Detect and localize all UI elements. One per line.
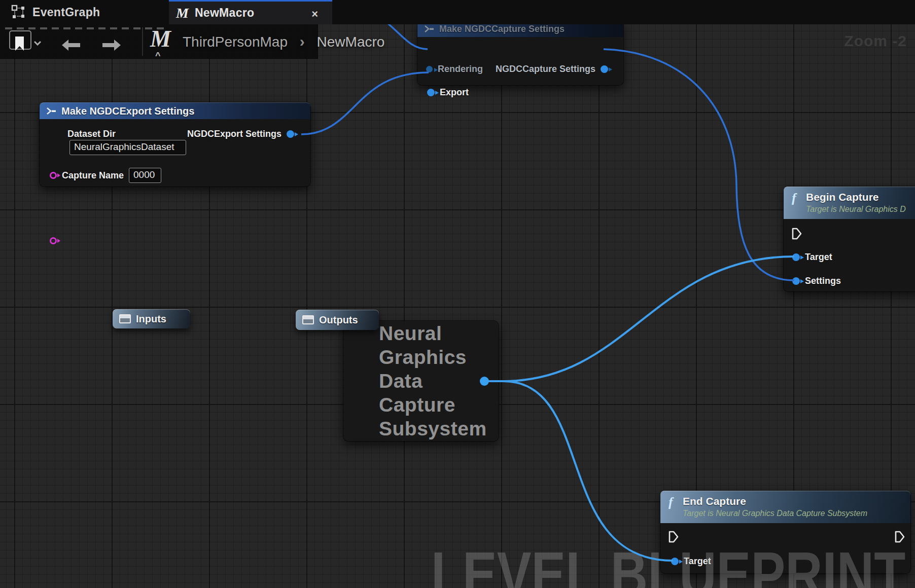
graph-toolbar: M ^ ThirdPersonMap › NewMacro: [0, 24, 318, 59]
make-struct-icon: [424, 25, 435, 33]
pin-dataset-dir[interactable]: [50, 237, 57, 244]
node-title: Make NGDCCapture Settings: [439, 24, 565, 34]
node-make-ngdcexport-settings[interactable]: Make NGDCExport Settings Dataset Dir NGD…: [40, 102, 310, 187]
dataset-dir-input[interactable]: [69, 140, 186, 155]
breadcrumb-chevron-icon: ›: [300, 33, 305, 50]
capture-name-input[interactable]: [129, 168, 161, 183]
node-title: End Capture: [683, 495, 910, 507]
node-inputs-tunnel[interactable]: Inputs: [113, 309, 190, 328]
toolbar-divider: [142, 27, 143, 56]
pin-capture-name[interactable]: Capture Name: [50, 168, 161, 183]
macro-graph-icon: M: [150, 27, 171, 51]
breadcrumb-current[interactable]: NewMacro: [317, 34, 385, 50]
node-title-bar[interactable]: f Begin Capture Target is Neural Graphic…: [784, 187, 915, 219]
document-tab-bar: EventGraph M NewMacro ×: [0, 0, 915, 24]
wire-subsystem-end-target[interactable]: [484, 381, 673, 561]
pin-subsystem-return[interactable]: [480, 377, 489, 386]
function-icon: f: [792, 191, 796, 206]
macro-caret: ^: [155, 51, 161, 61]
pin-exec-in[interactable]: [791, 227, 802, 240]
pin-icon-export[interactable]: [427, 89, 435, 96]
pin-icon-capture-name[interactable]: [50, 172, 57, 179]
node-title-bar[interactable]: f End Capture Target is Neural Graphics …: [660, 491, 910, 523]
tab-close-icon[interactable]: ×: [311, 8, 318, 21]
tunnel-icon: [119, 314, 131, 323]
node-begin-capture[interactable]: f Begin Capture Target is Neural Graphic…: [784, 187, 915, 291]
tab-label: EventGraph: [32, 6, 100, 19]
pin-rendering[interactable]: Rendering: [426, 64, 483, 75]
back-button[interactable]: [62, 40, 80, 51]
forward-button[interactable]: [102, 40, 121, 51]
pin-icon-rendering[interactable]: [426, 66, 433, 72]
wire-export-settings[interactable]: [301, 72, 429, 134]
pin-icon-ngdccapture-settings[interactable]: [601, 65, 608, 73]
node-title-bar[interactable]: Make NGDCExport Settings: [40, 102, 310, 119]
tab-label: NewMacro: [195, 6, 254, 20]
pin-ngdccapture-settings-out[interactable]: NGDCCapture Settings: [496, 64, 608, 75]
wire-subsystem-begin-target[interactable]: [484, 256, 794, 381]
chevron-down-icon[interactable]: [33, 41, 42, 46]
pin-icon-ngdcexport-settings[interactable]: [287, 130, 294, 138]
node-subtitle: Target is Neural Graphics D: [806, 205, 915, 214]
pin-ngdcexport-settings-out[interactable]: NGDCExport Settings: [187, 129, 294, 139]
pin-icon-settings[interactable]: [792, 277, 800, 285]
pin-target[interactable]: Target: [792, 252, 832, 263]
breadcrumb: ThirdPersonMap › NewMacro: [183, 33, 384, 50]
node-make-ngdccapture-settings[interactable]: Make NGDCCapture Settings Rendering NGDC…: [417, 20, 623, 85]
pin-settings[interactable]: Settings: [792, 276, 841, 286]
level-blueprint-watermark: LEVEL BLUEPRINT: [431, 542, 905, 588]
tab-newmacro[interactable]: M NewMacro ×: [169, 0, 332, 24]
eventgraph-icon: [11, 5, 26, 20]
dataset-dir-label: Dataset Dir: [67, 129, 116, 139]
make-struct-icon: [46, 107, 57, 115]
breadcrumb-map[interactable]: ThirdPersonMap: [183, 34, 288, 50]
exec-pin-icon[interactable]: [791, 227, 802, 240]
node-neural-graphics-data-capture-subsystem[interactable]: Neural Graphics Data Capture Subsystem: [343, 321, 499, 441]
pin-icon-dataset-dir[interactable]: [50, 237, 57, 244]
tab-eventgraph[interactable]: EventGraph: [0, 0, 169, 24]
macro-tab-icon: M: [176, 5, 189, 21]
pin-export[interactable]: Export: [427, 87, 469, 98]
blueprint-editor: Make NGDCCapture Settings Rendering NGDC…: [0, 0, 915, 588]
function-icon: f: [668, 495, 673, 510]
clipped-node-remnant: [5, 27, 168, 29]
tunnel-icon: [302, 315, 314, 324]
zoom-indicator: Zoom -2: [844, 32, 907, 50]
node-title: Make NGDCExport Settings: [61, 105, 194, 117]
node-title: Begin Capture: [806, 191, 915, 203]
node-subtitle: Target is Neural Graphics Data Capture S…: [683, 509, 910, 518]
node-outputs-tunnel[interactable]: Outputs: [296, 310, 379, 330]
wire-capture-settings[interactable]: [604, 49, 794, 280]
pin-icon-target[interactable]: [792, 253, 800, 261]
